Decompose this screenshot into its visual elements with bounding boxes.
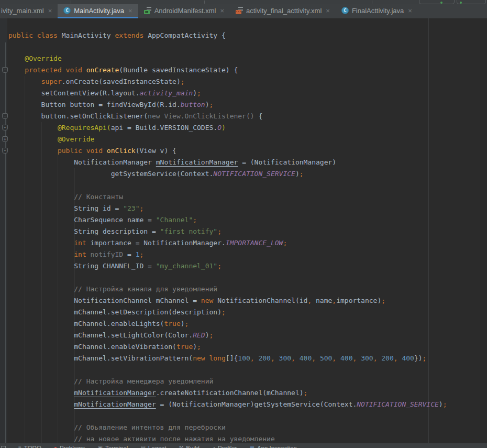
code-token: AppCompatActivity { [143, 31, 226, 39]
code-line[interactable]: public void onClick(View v) { [8, 145, 487, 157]
code-line[interactable]: setContentView(R.layout.activity_main); [8, 88, 487, 99]
fold-toggle-icon[interactable]: - [2, 67, 8, 73]
code-token: void [86, 147, 103, 155]
todo-icon: ≡ [18, 445, 21, 448]
toolwindow-button-build[interactable]: ⚒Build [179, 445, 200, 448]
code-line[interactable] [8, 272, 487, 283]
fold-toggle-icon[interactable]: - [2, 113, 8, 119]
code-token: ; [197, 343, 201, 351]
code-token: ) [193, 343, 197, 351]
code-line[interactable]: // Константы [8, 191, 487, 203]
code-token: String id = [8, 204, 123, 212]
code-line[interactable]: int importance = NotificationManager.IMP… [8, 237, 487, 249]
code-line[interactable]: String id = "23"; [8, 203, 487, 214]
code-token: MainActivity [58, 31, 115, 39]
code-line[interactable]: @Override [8, 53, 487, 64]
editor-tab-finalacttivity-java[interactable]: FinalActtivity.java× [336, 4, 418, 18]
code-line[interactable]: getSystemService(Context.NOTIFICATION_SE… [8, 168, 487, 180]
toolwindow-button-problems[interactable]: ●Problems [54, 445, 85, 448]
code-line[interactable]: mChannel.enableVibration(true); [8, 341, 487, 353]
toolbar-separator [372, 1, 372, 4]
editor-tab-mainactivity-java[interactable]: MainActivity.java× [58, 4, 138, 18]
code-token: = (NotificationManager)getSystemService(… [156, 400, 357, 408]
code-line[interactable]: mChannel.setVibrationPattern(new long[]{… [8, 353, 487, 364]
code-line[interactable] [8, 41, 487, 53]
fold-toggle-icon[interactable]: - [2, 125, 8, 130]
code-line[interactable]: CharSequence name = "Channel"; [8, 214, 487, 226]
code-line[interactable] [8, 364, 487, 376]
code-line[interactable]: @RequiresApi(api = Build.VERSION_CODES.O… [8, 122, 487, 134]
code-token [8, 423, 74, 431]
code-line[interactable]: button.setOnClickListener(new View.OnCli… [8, 111, 487, 122]
close-tab-icon[interactable]: × [408, 7, 412, 15]
code-line[interactable]: // Настройка канала для уведомлений [8, 283, 487, 295]
code-line[interactable]: Button button = findViewById(R.id.button… [8, 99, 487, 111]
code-token: mChannel.setLightColor(Color. [8, 331, 193, 339]
code-line[interactable]: public class MainActivity extends AppCom… [8, 30, 487, 41]
code-token: importance = NotificationManager. [86, 239, 226, 247]
code-token: "my_channel_01" [156, 262, 217, 270]
code-line[interactable] [8, 180, 487, 191]
code-token: name [312, 297, 332, 304]
code-token: ; [185, 320, 189, 327]
code-token [82, 66, 86, 74]
build-icon: ⚒ [179, 445, 183, 448]
code-token: NotificationChannel(id [213, 297, 307, 304]
code-token: NOTIFICATION_SERVICE [357, 400, 439, 408]
code-token: onClick [107, 147, 136, 155]
code-line[interactable]: @Override [8, 134, 487, 145]
code-line[interactable]: super.onCreate(savedInstanceState); [8, 76, 487, 88]
code-line[interactable]: mChannel.enableLights(true); [8, 318, 487, 330]
close-tab-icon[interactable]: × [326, 7, 330, 15]
fold-toggle-icon[interactable]: - [2, 148, 8, 154]
code-line[interactable]: mChannel.setLightColor(Color.RED); [8, 330, 487, 341]
code-token: importance) [336, 297, 381, 304]
toolwindow-label: App Inspection [257, 445, 297, 448]
code-token: ; [197, 89, 201, 97]
code-token: protected [25, 66, 61, 74]
code-token [8, 66, 25, 74]
toolwindow-button-inspection[interactable]: ▦App Inspection [249, 445, 297, 448]
code-line[interactable]: String CHANNEL_ID = "my_channel_01"; [8, 260, 487, 272]
code-token: ; [209, 331, 214, 339]
code-token: .createNotificationChannel(mChannel) [156, 389, 304, 397]
code-line[interactable]: NotificationChannel mChannel = new Notif… [8, 295, 487, 307]
close-tab-icon[interactable]: × [128, 7, 132, 15]
toolwindow-button-terminal[interactable]: ▣Terminal [97, 445, 128, 448]
code-token: (Bundle savedInstanceState) { [119, 66, 238, 74]
code-line[interactable]: protected void onCreate(Bundle savedInst… [8, 64, 487, 76]
code-text-area[interactable]: public class MainActivity extends AppCom… [0, 18, 487, 443]
code-token: ; [222, 308, 226, 316]
toolwindow-button-logcat[interactable]: ▤Logcat [140, 445, 166, 448]
run-config-widget[interactable] [419, 0, 455, 4]
code-line[interactable]: int notifyID = 1; [8, 249, 487, 260]
code-line[interactable]: // Обьявление интентов для переброски [8, 422, 487, 433]
code-token: ; [423, 354, 427, 362]
fold-toggle-icon[interactable]: + [2, 136, 8, 142]
code-line[interactable]: mChannel.setDescription(description); [8, 307, 487, 318]
code-token: ; [217, 262, 222, 270]
close-tab-icon[interactable]: × [220, 7, 224, 15]
code-editor[interactable]: public class MainActivity extends AppCom… [0, 18, 487, 443]
code-line[interactable]: // Настройка менеджера уведомлений [8, 376, 487, 387]
code-token: mNotificationManager [156, 158, 238, 166]
code-line[interactable]: mNotificationManager = (NotificationMana… [8, 399, 487, 410]
editor-tab-ivity-main-xml[interactable]: ivity_main.xml× [0, 4, 58, 18]
close-tab-icon[interactable]: × [48, 7, 52, 15]
editor-tab-androidmanifest-xml[interactable]: AndroidManifest.xml× [138, 4, 230, 18]
code-line[interactable]: NotificationManager mNotificationManager… [8, 157, 487, 168]
code-token: button.setOnClickListener( [8, 112, 148, 120]
code-token: , [312, 354, 320, 362]
tab-label: AndroidManifest.xml [154, 7, 216, 15]
editor-tab-activity-final-acttivity-xml[interactable]: activity_final_acttivity.xml× [230, 4, 336, 18]
code-line[interactable] [8, 410, 487, 422]
toolwindow-button-todo[interactable]: ≡TODO [18, 445, 41, 448]
toolwindow-label: Terminal [105, 445, 128, 448]
code-token: = [123, 250, 135, 258]
code-line[interactable]: mNotificationManager.createNotificationC… [8, 387, 487, 399]
code-line[interactable]: // на новое активити после нажатия на ув… [8, 433, 487, 443]
code-token: O [217, 124, 222, 132]
code-line[interactable]: String description = "first notify"; [8, 226, 487, 237]
code-token: mNotificationManager [74, 389, 156, 397]
toolwindow-button-profiler[interactable]: ◔Profiler [212, 445, 237, 448]
